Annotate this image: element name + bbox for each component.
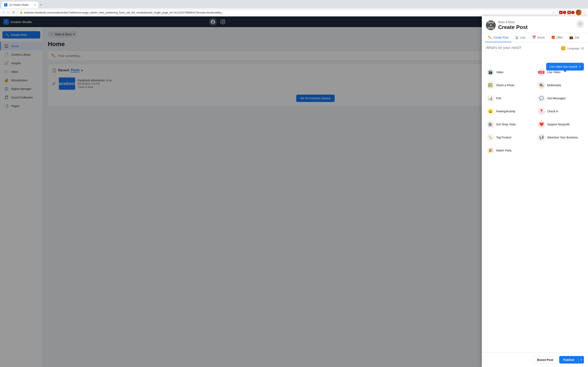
tab-bar: f (1) Creator Studio × + [0, 0, 588, 8]
modal-title-group: Baas & Baas Create Post [498, 20, 577, 30]
option-checkin[interactable]: 📍 Check in [535, 105, 586, 117]
option-watch-party[interactable]: 🎉 Watch Party [484, 144, 535, 157]
reload-button[interactable]: ↺ [11, 10, 16, 15]
modal-tabs: ✏️ Create Post 📡 Live 📅 Event 🎁 Offer 💼 … [482, 33, 588, 42]
modal-textarea-area: 😊 Language [?] Live video has moved × [482, 42, 588, 66]
advertise-icon: 📢 [538, 134, 545, 141]
job-tab-icon: 💼 [569, 35, 573, 39]
forward-button[interactable]: › [7, 10, 9, 15]
watch-party-icon: 🎉 [487, 147, 494, 154]
publish-dropdown-button[interactable]: ▾ [579, 356, 584, 364]
modal-page-avatar: BAAS&BAAS [486, 20, 496, 30]
create-post-tab-icon: ✏️ [488, 35, 492, 39]
star-icon[interactable]: ☆ [552, 11, 555, 14]
option-nonprofit[interactable]: ❤️ Support Nonprofit [535, 118, 586, 131]
poll-icon: 📊 [487, 95, 494, 102]
tab-event[interactable]: 📅 Event [529, 33, 548, 42]
modal-footer: Boost Post Publish ▾ [482, 352, 588, 367]
language-label: Language [568, 47, 579, 50]
extension-icon-2[interactable]: M 2 [567, 11, 575, 14]
option-tag-product[interactable]: 🏷️ Tag Product [484, 131, 535, 143]
tab-title: (1) Creator Studio [9, 3, 33, 6]
publish-button[interactable]: Publish [559, 356, 579, 364]
option-shop-visits[interactable]: 🛍️ Get Shop Visits [484, 118, 535, 131]
live-tab-icon: 📡 [515, 35, 519, 39]
publish-button-group: Publish ▾ [559, 356, 584, 364]
browser-profile-avatar[interactable] [576, 9, 581, 15]
create-post-modal: BAAS&BAAS Baas & Baas Create Post × ✏️ C… [482, 16, 588, 367]
video-icon: 🎬 [487, 68, 494, 76]
tag-product-icon: 🏷️ [487, 134, 494, 141]
address-text: business.facebook.com/creatorstudio/?ref… [24, 11, 551, 14]
modal-toolbar: 😊 Language [?] [561, 46, 584, 51]
live-video-icon: LIVE [538, 68, 545, 76]
back-button[interactable]: ‹ [2, 10, 5, 15]
event-tab-icon: 📅 [532, 35, 536, 39]
shop-icon: 🛍️ [487, 121, 494, 128]
menu-icon[interactable]: ⋮ [583, 11, 586, 14]
feeling-icon: 😀 [487, 108, 494, 115]
tab-live[interactable]: 📡 Live [512, 33, 528, 42]
address-bar: ‹ › ↺ 🔒 business.facebook.com/creatorstu… [0, 8, 588, 17]
option-feeling[interactable]: 😀 Feeling/Activity [484, 105, 535, 117]
tab-close-button[interactable]: × [34, 3, 36, 7]
offer-tab-icon: 🎁 [551, 35, 555, 39]
live-moved-tooltip: Live video has moved × [546, 63, 584, 71]
lock-icon: 🔒 [20, 11, 23, 14]
tab-offer[interactable]: 🎁 Offer [548, 33, 566, 42]
address-actions: A 3 M 2 ⋮ [559, 9, 586, 15]
nonprofit-icon: ❤️ [538, 121, 545, 128]
tab-favicon: f [4, 3, 7, 7]
share-photo-icon: 🖼️ [487, 82, 494, 89]
address-field[interactable]: 🔒 business.facebook.com/creatorstudio/?r… [17, 10, 558, 15]
tab-create-post[interactable]: ✏️ Create Post [485, 33, 511, 42]
new-tab-button[interactable]: + [39, 3, 43, 7]
post-options-grid: 🎬 Video LIVE Live Video 🖼️ Share a Photo… [482, 66, 588, 157]
modal-header: BAAS&BAAS Baas & Baas Create Post × [482, 16, 588, 33]
extension-icon-1[interactable]: A 3 [559, 11, 566, 14]
boost-post-button[interactable]: Boost Post [533, 356, 558, 364]
tooltip-close-button[interactable]: × [579, 65, 581, 68]
multimedia-icon: 🎭 [538, 82, 545, 89]
emoji-icon[interactable]: 😊 [561, 46, 566, 51]
option-get-messages[interactable]: 💬 Get Messages [535, 92, 586, 104]
browser-chrome: f (1) Creator Studio × + ‹ › ↺ 🔒 busines… [0, 0, 588, 17]
browser-tab[interactable]: f (1) Creator Studio × [2, 2, 38, 8]
option-share-photo[interactable]: 🖼️ Share a Photo [484, 79, 535, 91]
help-icon[interactable]: [?] [581, 47, 584, 50]
modal-close-button[interactable]: × [577, 20, 584, 28]
option-video[interactable]: 🎬 Video [484, 66, 535, 78]
option-advertise[interactable]: 📢 Advertise Your Business [535, 131, 586, 143]
tab-job[interactable]: 💼 Job [566, 33, 582, 42]
option-poll[interactable]: 📊 Poll [484, 92, 535, 104]
option-multimedia[interactable]: 🎭 Multimedia [535, 79, 586, 91]
messages-icon: 💬 [538, 95, 545, 102]
checkin-icon: 📍 [538, 108, 545, 115]
